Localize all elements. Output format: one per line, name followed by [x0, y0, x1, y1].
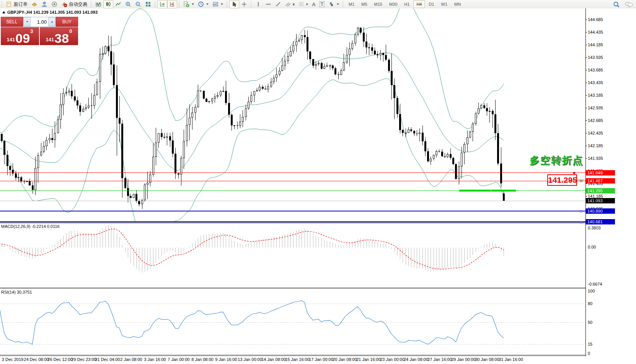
- line-handle[interactable]: [580, 210, 582, 212]
- macd-canvas[interactable]: [0, 223, 585, 288]
- line-handle[interactable]: [580, 221, 582, 223]
- time-axis-label: 26 Dec 12:00: [47, 357, 72, 362]
- timeframe-button-m5[interactable]: M5: [358, 0, 370, 8]
- timeframe-button-h4[interactable]: H4: [413, 0, 425, 8]
- main-macd-splitter[interactable]: [0, 222, 585, 223]
- toolbar-grip: [1, 1, 3, 7]
- timeframe-button-m15[interactable]: M15: [371, 0, 385, 8]
- price-tick-label: 144.685: [588, 17, 603, 22]
- timeframe-button-m1[interactable]: M1: [346, 0, 357, 8]
- toolbar-right-group: [613, 1, 631, 7]
- templates-icon: [212, 1, 219, 7]
- price-tick-mark: [585, 45, 587, 45]
- timeframe-button-mn[interactable]: MN: [451, 0, 464, 8]
- timeframe-button-h1[interactable]: H1: [401, 0, 413, 8]
- crosshair-button[interactable]: [239, 0, 249, 8]
- volume-decrease-button[interactable]: [23, 17, 31, 26]
- line-handle[interactable]: [580, 180, 582, 182]
- macd-axis-label: -0.6674: [588, 282, 602, 287]
- time-axis-label: 7 Jan 00:00: [168, 357, 190, 362]
- tile-windows-button[interactable]: [143, 0, 153, 8]
- horizontal-line-button[interactable]: [263, 0, 273, 8]
- text-label-icon: T: [320, 1, 325, 7]
- price-tick-label: 144.435: [588, 30, 603, 35]
- time-axis-label: 14 Jan 08:00: [261, 357, 286, 362]
- signals-button[interactable]: [49, 0, 59, 8]
- line-handle[interactable]: [573, 172, 575, 174]
- sell-button[interactable]: SELL: [1, 17, 23, 27]
- search-icon[interactable]: [613, 1, 619, 7]
- one-click-trading-panel: SELL BUY 141 09 3 141 38 0: [1, 17, 78, 45]
- price-level-label: 141.649: [586, 170, 615, 176]
- symbol-ohlc-text: GBPJPY-,H4 141.239 141.305 141.093 141.0…: [7, 10, 98, 15]
- hline-support-blue-upper[interactable]: [0, 211, 585, 211]
- hline-resistance-lower[interactable]: [0, 181, 585, 181]
- indicators-button[interactable]: [181, 0, 196, 8]
- time-axis-label: 21 Jan 16:00: [356, 357, 381, 362]
- buy-price-tile[interactable]: 141 38 0: [40, 27, 78, 45]
- templates-dropdown-icon: [221, 3, 223, 5]
- market-button[interactable]: [29, 0, 39, 8]
- zoom-in-button[interactable]: [123, 0, 133, 8]
- bar-chart-button[interactable]: [93, 0, 103, 8]
- signals-icon: [51, 1, 57, 7]
- timeframe-button-d1[interactable]: D1: [426, 0, 437, 8]
- buy-button[interactable]: BUY: [56, 17, 78, 27]
- new-order-button[interactable]: 新订单: [4, 0, 29, 8]
- price-level-label: 141.487: [586, 178, 615, 184]
- community-button[interactable]: [39, 0, 49, 8]
- price-tick-mark: [585, 108, 587, 108]
- hline-resistance-upper[interactable]: [0, 172, 585, 173]
- chat-icon[interactable]: [625, 1, 631, 7]
- time-axis-label: 24 Jan 08:00: [404, 357, 428, 362]
- buy-price-sup: 0: [69, 28, 72, 34]
- channel-button[interactable]: E: [283, 0, 297, 8]
- periods-clock-icon: [198, 1, 204, 7]
- sell-price-tile[interactable]: 141 09 3: [1, 27, 39, 45]
- fibonacci-icon: [298, 1, 305, 7]
- hline-support-green[interactable]: [0, 190, 585, 191]
- hline-support-blue-lower[interactable]: [0, 221, 585, 222]
- arrows-button[interactable]: [326, 0, 341, 8]
- rsi-canvas[interactable]: [0, 289, 585, 355]
- toolbar-grip: [250, 1, 252, 7]
- volume-input[interactable]: [31, 17, 48, 26]
- zoom-out-icon: [135, 1, 141, 7]
- periods-button[interactable]: [196, 0, 210, 8]
- ohlc-toggle-icon[interactable]: [2, 11, 5, 13]
- price-tick-label: 142.685: [588, 118, 603, 123]
- chart-shift-button[interactable]: [167, 0, 177, 8]
- rsi-axis-label: 50: [588, 320, 592, 325]
- vertical-line-button[interactable]: [253, 0, 263, 8]
- line-chart-button[interactable]: [113, 0, 123, 8]
- toolbar-grip: [226, 1, 228, 7]
- time-axis-label: 3 Jan 16:00: [144, 357, 166, 362]
- autotrading-button[interactable]: 自动交易: [59, 0, 89, 8]
- cursor-button[interactable]: [229, 0, 239, 8]
- rsi-label: RSI(14) 30.3751: [1, 290, 32, 294]
- volume-increase-button[interactable]: [48, 17, 55, 26]
- sell-price-prefix: 141: [7, 37, 15, 42]
- rsi-axis-label: 100: [588, 289, 595, 294]
- templates-button[interactable]: [210, 0, 225, 8]
- candlestick-chart-button[interactable]: [103, 0, 113, 8]
- timeframe-button-w1[interactable]: W1: [438, 0, 451, 8]
- trendline-button[interactable]: [273, 0, 283, 8]
- macd-label: MACD(12,26,9) -0.2214 0.0116: [1, 224, 60, 229]
- price-box-annotation[interactable]: 141.295: [547, 174, 577, 186]
- fibonacci-button[interactable]: F: [297, 0, 310, 8]
- zoom-out-button[interactable]: [133, 0, 143, 8]
- chart-header: GBPJPY-,H4 141.239 141.305 141.093 141.0…: [2, 10, 98, 15]
- timeframe-button-m30[interactable]: M30: [386, 0, 400, 8]
- auto-scroll-button[interactable]: [157, 0, 167, 8]
- price-tick-label: 143.685: [588, 68, 603, 73]
- new-order-icon: [6, 1, 12, 7]
- text-button[interactable]: A: [310, 0, 317, 8]
- text-label-button[interactable]: T: [318, 0, 326, 8]
- macd-rsi-splitter[interactable]: [0, 288, 585, 289]
- hline-bid-line[interactable]: [0, 201, 585, 201]
- price-tick-mark: [585, 158, 587, 159]
- turning-point-annotation[interactable]: 多空转折点: [527, 154, 583, 167]
- price-level-label: 140.890: [586, 208, 615, 214]
- rsi-axis-label: 0: [588, 351, 590, 356]
